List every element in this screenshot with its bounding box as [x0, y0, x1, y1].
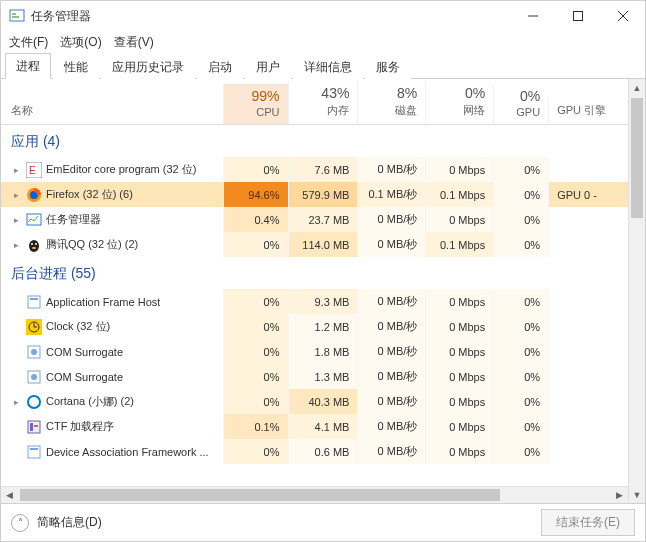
header-network[interactable]: 0%网络 — [425, 81, 493, 124]
menu-file[interactable]: 文件(F) — [9, 34, 48, 51]
cpu-cell: 0% — [223, 232, 288, 257]
process-name-cell: ▸Cortana (小娜) (2) — [1, 389, 223, 414]
disk-cell: 0 MB/秒 — [357, 339, 425, 364]
expand-icon[interactable]: ▸ — [11, 215, 22, 225]
header-name[interactable]: 名称 — [1, 99, 223, 124]
cpu-cell: 0.1% — [223, 414, 288, 439]
memory-cell: 579.9 MB — [288, 182, 358, 207]
gpu-cell: 0% — [493, 314, 548, 339]
cpu-cell: 0% — [223, 339, 288, 364]
process-icon — [26, 444, 42, 460]
minimize-button[interactable] — [510, 1, 555, 31]
svg-rect-4 — [573, 12, 582, 21]
process-name: Firefox (32 位) (6) — [46, 187, 133, 202]
process-name-cell: COM Surrogate — [1, 364, 223, 389]
tab-startup[interactable]: 启动 — [197, 54, 243, 79]
process-row[interactable]: COM Surrogate0%1.8 MB0 MB/秒0 Mbps0% — [1, 339, 628, 364]
header-gpu[interactable]: 0%GPU — [493, 84, 548, 124]
memory-cell: 40.3 MB — [288, 389, 358, 414]
svg-rect-1 — [12, 13, 16, 15]
process-row[interactable]: ▸Firefox (32 位) (6)94.6%579.9 MB0.1 MB/秒… — [1, 182, 628, 207]
gpu-engine-cell — [548, 389, 628, 414]
tab-services[interactable]: 服务 — [365, 54, 411, 79]
menu-options[interactable]: 选项(O) — [60, 34, 101, 51]
disk-cell: 0 MB/秒 — [357, 414, 425, 439]
gpu-cell: 0% — [493, 439, 548, 464]
fewer-details-label[interactable]: 简略信息(D) — [37, 514, 102, 531]
cpu-cell: 0% — [223, 289, 288, 314]
process-row[interactable]: Clock (32 位)0%1.2 MB0 MB/秒0 Mbps0% — [1, 314, 628, 339]
vertical-scrollbar[interactable]: ▲ ▼ — [628, 79, 645, 503]
gpu-engine-cell — [548, 314, 628, 339]
header-disk[interactable]: 8%磁盘 — [357, 81, 425, 124]
close-button[interactable] — [600, 1, 645, 31]
svg-rect-17 — [30, 298, 38, 300]
scroll-left-icon[interactable]: ◀ — [1, 487, 18, 503]
scroll-down-icon[interactable]: ▼ — [629, 486, 645, 503]
process-row[interactable]: ▸腾讯QQ (32 位) (2)0%114.0 MB0 MB/秒0.1 Mbps… — [1, 232, 628, 257]
process-name-cell: ▸Firefox (32 位) (6) — [1, 182, 223, 207]
process-row[interactable]: Device Association Framework ...0%0.6 MB… — [1, 439, 628, 464]
network-cell: 0.1 Mbps — [425, 182, 493, 207]
cpu-cell: 0.4% — [223, 207, 288, 232]
svg-point-23 — [31, 349, 37, 355]
scroll-thumb-v[interactable] — [631, 98, 643, 218]
end-task-button[interactable]: 结束任务(E) — [541, 509, 635, 536]
scroll-right-icon[interactable]: ▶ — [611, 487, 628, 503]
process-name-cell: Device Association Framework ... — [1, 439, 223, 464]
group-label: 后台进程 (55) — [11, 265, 96, 283]
process-row[interactable]: ▸任务管理器0.4%23.7 MB0 MB/秒0 Mbps0% — [1, 207, 628, 232]
maximize-button[interactable] — [555, 1, 600, 31]
header-cpu[interactable]: 99%CPU — [223, 84, 288, 124]
window-title: 任务管理器 — [31, 8, 510, 25]
tab-users[interactable]: 用户 — [245, 54, 291, 79]
gpu-engine-cell — [548, 157, 628, 182]
tab-details[interactable]: 详细信息 — [293, 54, 363, 79]
process-row[interactable]: CTF 加载程序0.1%4.1 MB0 MB/秒0 Mbps0% — [1, 414, 628, 439]
process-name: Application Frame Host — [46, 296, 160, 308]
expand-icon[interactable]: ▸ — [11, 165, 22, 175]
header-gpu-engine[interactable]: GPU 引擎 — [548, 99, 628, 124]
network-cell: 0 Mbps — [425, 414, 493, 439]
network-cell: 0 Mbps — [425, 389, 493, 414]
svg-rect-0 — [10, 10, 24, 21]
memory-cell: 0.6 MB — [288, 439, 358, 464]
disk-cell: 0 MB/秒 — [357, 232, 425, 257]
process-icon — [26, 344, 42, 360]
expand-icon[interactable]: ▸ — [11, 190, 22, 200]
process-icon — [26, 212, 42, 228]
scroll-up-icon[interactable]: ▲ — [629, 79, 645, 96]
header-memory[interactable]: 43%内存 — [288, 81, 358, 124]
gpu-cell: 0% — [493, 339, 548, 364]
memory-cell: 4.1 MB — [288, 414, 358, 439]
horizontal-scrollbar[interactable]: ◀ ▶ — [1, 486, 628, 503]
disk-cell: 0 MB/秒 — [357, 207, 425, 232]
process-name: 腾讯QQ (32 位) (2) — [46, 237, 138, 252]
cpu-cell: 0% — [223, 364, 288, 389]
svg-point-12 — [29, 240, 39, 252]
gpu-cell: 0% — [493, 414, 548, 439]
process-name: 任务管理器 — [46, 212, 101, 227]
process-row[interactable]: ▸Cortana (小娜) (2)0%40.3 MB0 MB/秒0 Mbps0% — [1, 389, 628, 414]
menubar: 文件(F) 选项(O) 查看(V) — [1, 31, 645, 53]
process-name: Cortana (小娜) (2) — [46, 394, 134, 409]
tab-processes[interactable]: 进程 — [5, 53, 51, 79]
expand-icon[interactable]: ▸ — [11, 240, 22, 250]
expand-icon[interactable]: ▸ — [11, 397, 22, 407]
disk-cell: 0 MB/秒 — [357, 389, 425, 414]
tab-history[interactable]: 应用历史记录 — [101, 54, 195, 79]
menu-view[interactable]: 查看(V) — [114, 34, 154, 51]
memory-cell: 114.0 MB — [288, 232, 358, 257]
svg-rect-28 — [30, 423, 33, 431]
process-row[interactable]: ▸EEmEditor core program (32 位)0%7.6 MB0 … — [1, 157, 628, 182]
titlebar[interactable]: 任务管理器 — [1, 1, 645, 31]
gpu-engine-cell — [548, 339, 628, 364]
tab-performance[interactable]: 性能 — [53, 54, 99, 79]
fewer-details-toggle[interactable]: ˄ — [11, 514, 29, 532]
scroll-thumb-h[interactable] — [20, 489, 500, 501]
gpu-cell: 0% — [493, 232, 548, 257]
process-row[interactable]: COM Surrogate0%1.3 MB0 MB/秒0 Mbps0% — [1, 364, 628, 389]
process-icon — [26, 369, 42, 385]
process-row[interactable]: Application Frame Host0%9.3 MB0 MB/秒0 Mb… — [1, 289, 628, 314]
cpu-cell: 0% — [223, 389, 288, 414]
